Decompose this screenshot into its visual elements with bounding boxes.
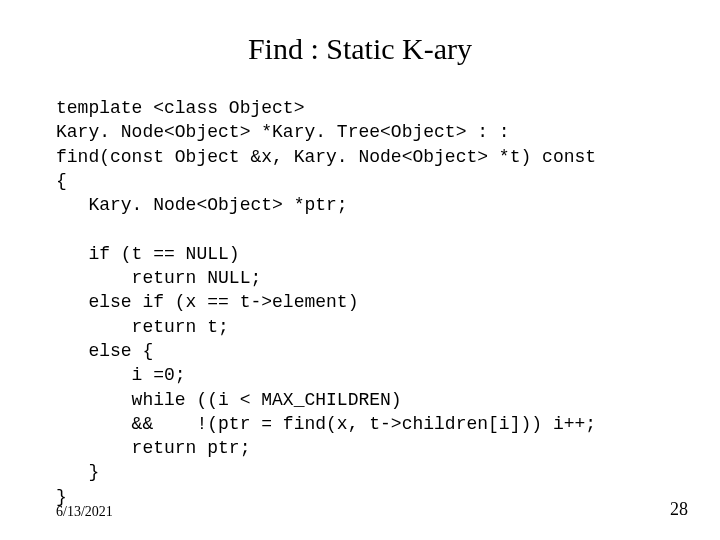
slide: Find : Static K-ary template <class Obje… [0,0,720,540]
footer-page-number: 28 [670,499,688,520]
code-block: template <class Object> Kary. Node<Objec… [56,96,596,509]
slide-title: Find : Static K-ary [0,32,720,66]
footer-date: 6/13/2021 [56,504,113,520]
